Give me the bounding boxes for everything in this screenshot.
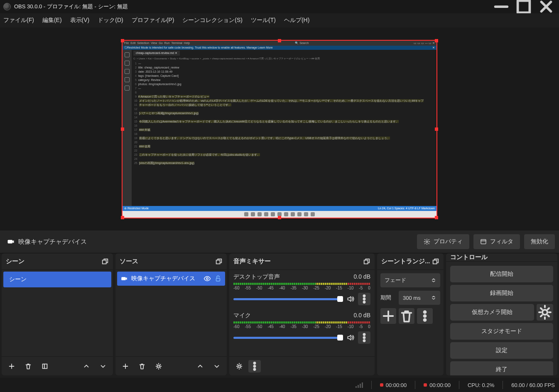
mixer-title: 音声ミキサー	[233, 257, 271, 265]
svg-rect-22	[433, 260, 437, 264]
docks-row: シーン シーン ソース 映像キャプチャデバイス	[0, 253, 559, 378]
start-stream-button[interactable]: 配信開始	[450, 266, 553, 282]
source-properties-button[interactable]	[151, 359, 166, 374]
resize-handle-ml[interactable]	[121, 127, 124, 131]
svg-point-23	[424, 311, 426, 313]
controls-title: コントロール	[450, 253, 488, 261]
virtual-camera-settings-button[interactable]	[537, 304, 553, 321]
undock-icon[interactable]	[215, 258, 223, 265]
maximize-button[interactable]	[514, 0, 533, 13]
chevron-down-icon	[99, 363, 107, 370]
source-item[interactable]: 映像キャプチャデバイス	[117, 272, 225, 286]
svg-rect-7	[121, 277, 126, 280]
svg-rect-6	[216, 260, 220, 264]
resize-handle-br[interactable]	[435, 216, 438, 219]
resize-handle-bm[interactable]	[278, 216, 281, 219]
duration-input[interactable]: 300 ms	[399, 291, 440, 305]
exit-button[interactable]: 終了	[450, 361, 553, 375]
transition-menu-button[interactable]	[417, 308, 433, 324]
lock-open-icon[interactable]	[214, 275, 222, 282]
svg-rect-9	[216, 278, 220, 281]
remove-scene-button[interactable]	[21, 359, 36, 374]
channel-menu-button[interactable]	[358, 293, 370, 305]
scene-item[interactable]: シーン	[3, 272, 111, 287]
source-down-button[interactable]	[209, 359, 224, 374]
svg-rect-1	[8, 240, 13, 243]
remove-transition-button[interactable]	[399, 308, 414, 324]
volume-slider[interactable]	[233, 298, 343, 300]
gear-icon	[537, 304, 553, 321]
menu-scenecollection[interactable]: シーンコレクション(S)	[182, 17, 243, 24]
resize-handle-bl[interactable]	[121, 216, 124, 219]
speaker-icon[interactable]	[346, 333, 355, 342]
menu-view[interactable]: 表示(V)	[70, 17, 90, 24]
svg-point-2	[426, 241, 428, 243]
transition-select[interactable]: フェード	[380, 273, 440, 287]
undock-icon[interactable]	[432, 258, 439, 265]
kebab-icon	[248, 360, 261, 372]
settings-button[interactable]: 設定	[450, 342, 553, 359]
undock-icon[interactable]	[101, 258, 109, 265]
chevron-up-icon	[196, 363, 204, 370]
source-context-bar: 映像キャプチャデバイス プロパティ フィルタ 無効化	[0, 230, 559, 253]
live-dot-icon	[380, 383, 383, 387]
remove-source-button[interactable]	[135, 359, 150, 374]
scene-filters-button[interactable]	[37, 359, 52, 374]
mixer-menu-button[interactable]	[248, 360, 261, 372]
level-meter	[233, 321, 370, 323]
gear-icon	[235, 363, 243, 370]
svg-point-8	[206, 278, 208, 280]
start-record-button[interactable]: 録画開始	[450, 285, 553, 301]
camera-icon	[120, 275, 128, 282]
speaker-icon[interactable]	[346, 295, 355, 303]
resize-handle-mr[interactable]	[435, 127, 438, 131]
scene-up-button[interactable]	[79, 359, 94, 374]
svg-point-19	[254, 362, 255, 364]
menu-edit[interactable]: 編集(E)	[42, 17, 62, 24]
properties-button[interactable]: プロパティ	[417, 234, 469, 249]
resize-handle-tr[interactable]	[435, 39, 438, 42]
svg-point-18	[238, 365, 240, 367]
scene-down-button[interactable]	[96, 359, 110, 374]
close-button[interactable]	[537, 0, 556, 13]
svg-point-24	[424, 315, 426, 317]
menu-file[interactable]: ファイル(F)	[3, 17, 34, 24]
captured-source: FileEditSelectionViewGoRunTerminalHelp 🔍…	[123, 41, 436, 218]
trans-title: シーントランジ...	[381, 257, 430, 265]
virtual-camera-button[interactable]: 仮想カメラ開始	[450, 304, 534, 321]
undock-icon[interactable]	[363, 258, 370, 265]
menu-help[interactable]: ヘルプ(H)	[284, 17, 309, 24]
level-meter	[233, 283, 370, 285]
panel-icon	[41, 363, 49, 370]
preview-area[interactable]: FileEditSelectionViewGoRunTerminalHelp 🔍…	[0, 27, 559, 230]
camera-icon	[7, 238, 15, 246]
mixer-channel-mic: マイク0.0 dB -60-55-50-45-40-35-30-25-20-15…	[229, 309, 375, 347]
filters-button[interactable]: フィルタ	[473, 234, 520, 249]
resize-handle-tl[interactable]	[121, 39, 124, 42]
eye-icon[interactable]	[203, 275, 211, 282]
disable-button[interactable]: 無効化	[524, 234, 555, 249]
trash-icon	[399, 308, 414, 324]
advanced-audio-button[interactable]	[232, 359, 247, 374]
preview-selection[interactable]: FileEditSelectionViewGoRunTerminalHelp 🔍…	[122, 40, 437, 218]
menu-profile[interactable]: プロファイル(P)	[132, 17, 174, 24]
volume-slider[interactable]	[233, 337, 343, 339]
channel-menu-button[interactable]	[358, 331, 370, 344]
add-transition-button[interactable]	[380, 308, 396, 324]
add-source-button[interactable]	[118, 359, 133, 374]
spinner-icon	[431, 278, 436, 283]
svg-point-26	[542, 310, 547, 315]
menu-tools[interactable]: ツール(T)	[251, 17, 276, 24]
svg-rect-11	[364, 260, 368, 264]
resize-handle-tm[interactable]	[278, 39, 281, 42]
menu-dock[interactable]: ドック(D)	[98, 17, 123, 24]
svg-point-14	[363, 301, 365, 303]
filter-icon	[480, 238, 487, 245]
minimize-button[interactable]	[492, 0, 511, 13]
spinner-icon	[431, 295, 436, 300]
source-up-button[interactable]	[193, 359, 208, 374]
add-scene-button[interactable]	[4, 359, 19, 374]
trash-icon	[25, 363, 32, 370]
chevron-up-icon	[83, 363, 90, 370]
studio-mode-button[interactable]: スタジオモード	[450, 323, 553, 340]
